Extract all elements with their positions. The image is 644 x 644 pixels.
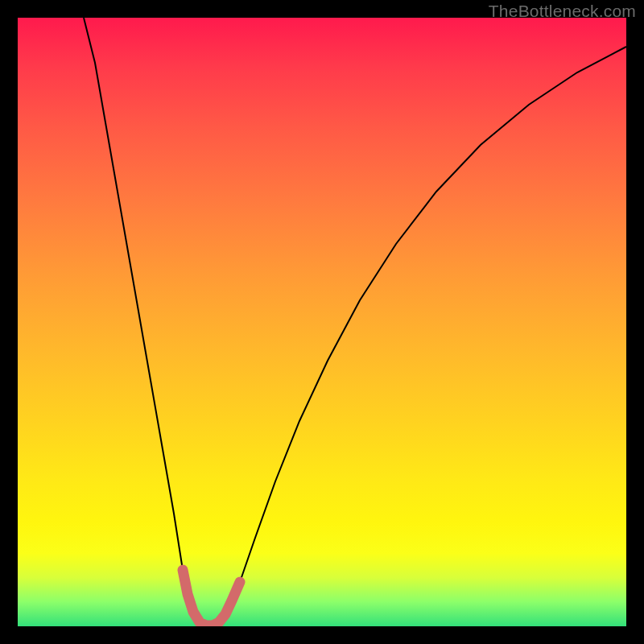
chart-frame: TheBottleneck.com — [0, 0, 644, 644]
watermark-text: TheBottleneck.com — [489, 2, 636, 21]
main-curve — [84, 18, 626, 626]
chart-svg — [18, 18, 626, 626]
plot-area — [18, 18, 626, 626]
valley-marker — [183, 570, 240, 625]
